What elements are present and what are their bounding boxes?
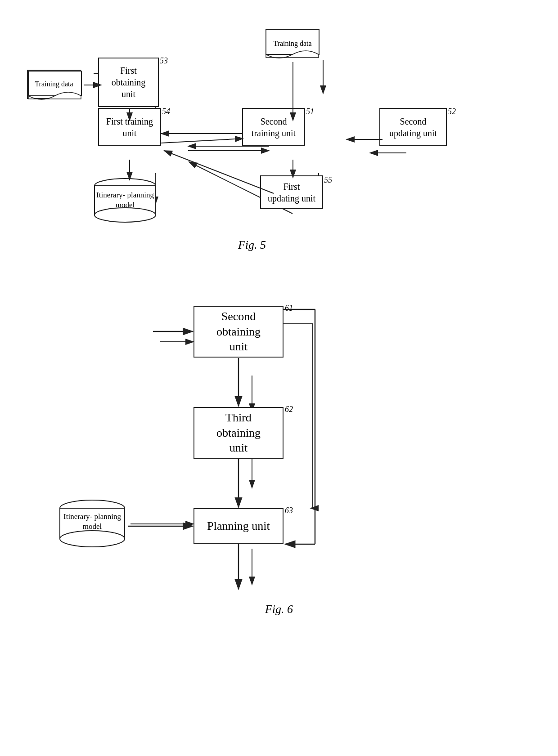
second-updating-unit: Second updating unit — [379, 108, 447, 146]
training-data-1: Training data — [27, 70, 81, 99]
ref-61: 61 — [285, 304, 293, 313]
svg-line-45 — [161, 139, 243, 143]
ref-52: 52 — [448, 107, 456, 116]
fig6-caption: Fig. 6 — [238, 603, 320, 616]
page: Training data First obtaining unit 53 Fi… — [0, 0, 558, 756]
svg-point-31 — [60, 531, 125, 547]
training-data-2: Training data — [266, 29, 320, 58]
ref-63: 63 — [285, 506, 293, 515]
second-training-unit: Second training unit — [242, 108, 305, 146]
first-training-unit: First training unit — [98, 108, 161, 146]
itinerary-model-1: Itinerary- planning model — [94, 178, 157, 223]
ref-62: 62 — [285, 405, 293, 414]
second-obtaining-unit: Second obtaining unit — [194, 306, 284, 358]
first-updating-unit: First updating unit — [260, 175, 323, 209]
svg-line-49 — [164, 151, 274, 193]
ref-51: 51 — [306, 107, 314, 116]
ref-54: 54 — [162, 107, 170, 116]
first-obtaining-unit: First obtaining unit — [98, 58, 159, 107]
fig5-caption: Fig. 5 — [207, 238, 297, 252]
third-obtaining-unit: Third obtaining unit — [194, 407, 284, 459]
ref-55: 55 — [324, 175, 332, 185]
ref-53: 53 — [160, 56, 168, 66]
itinerary-model-2: Itinerary- planning model — [58, 499, 126, 549]
planning-unit: Planning unit — [194, 508, 284, 544]
